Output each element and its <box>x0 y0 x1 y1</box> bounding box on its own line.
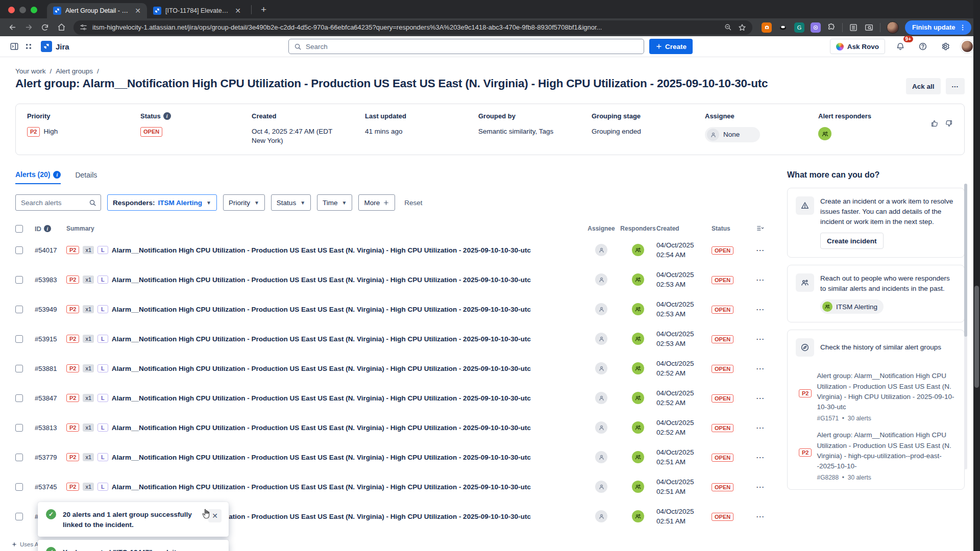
responders-team-avatar[interactable] <box>632 303 644 315</box>
alert-id[interactable]: #53915 <box>35 335 66 343</box>
extension-purple-icon[interactable] <box>811 22 821 33</box>
search-alerts-input[interactable]: Search alerts <box>15 194 101 211</box>
responder-chip[interactable]: ITSM Alerting <box>820 299 884 314</box>
alert-row[interactable]: #53847 P2 x1 L Alarm__Notification High … <box>15 383 772 413</box>
browser-profile-avatar[interactable] <box>887 21 899 34</box>
window-zoom-button[interactable] <box>31 7 37 13</box>
alert-row[interactable]: #53915 P2 x1 L Alarm__Notification High … <box>15 324 772 354</box>
responders-team-avatar[interactable] <box>818 127 831 140</box>
assignee-avatar[interactable] <box>595 451 607 463</box>
alert-summary-link[interactable]: Alarm__Notification High CPU Utilization… <box>112 483 531 491</box>
zoom-icon[interactable] <box>724 23 732 31</box>
row-checkbox[interactable] <box>15 424 23 432</box>
row-checkbox[interactable] <box>15 306 23 313</box>
global-search-input[interactable]: Search <box>288 39 644 54</box>
alert-row[interactable]: #54017 P2 x1 L Alarm__Notification High … <box>15 235 772 265</box>
assignee-avatar[interactable] <box>595 362 607 374</box>
alert-summary-link[interactable]: Alarm__Notification High CPU Utilization… <box>112 306 531 313</box>
ack-all-button[interactable]: Ack all <box>906 78 941 94</box>
row-menu-button[interactable]: ··· <box>749 335 772 343</box>
extensions-puzzle-icon[interactable] <box>827 23 836 32</box>
responders-team-avatar[interactable] <box>632 421 644 434</box>
alert-row[interactable]: #53813 P2 x1 L Alarm__Notification High … <box>15 413 772 442</box>
tab-details[interactable]: Details <box>75 170 97 184</box>
responders-team-avatar[interactable] <box>632 451 644 463</box>
responders-team-avatar[interactable] <box>632 244 644 256</box>
reset-filters-button[interactable]: Reset <box>401 199 425 207</box>
alert-summary-link[interactable]: Alarm__Notification High CPU Utilization… <box>112 276 531 284</box>
responders-team-avatar[interactable] <box>632 510 644 522</box>
notifications-bell-icon[interactable]: 9+ <box>893 39 908 54</box>
row-menu-button[interactable]: ··· <box>749 306 772 313</box>
alert-summary-link[interactable]: Alarm__Notification High CPU Utilization… <box>112 394 531 402</box>
jira-logo[interactable]: Jira <box>41 41 69 52</box>
browser-tab-active[interactable]: Alert Group Detail - Jira ✕ <box>47 3 147 18</box>
similar-alert-group-item[interactable]: P2 Alert group: Alarm__Notification High… <box>799 430 956 481</box>
responders-team-avatar[interactable] <box>632 333 644 345</box>
window-close-button[interactable] <box>8 7 15 13</box>
filter-time[interactable]: Time▼ <box>317 194 352 211</box>
alert-row[interactable]: #53983 P2 x1 L Alarm__Notification High … <box>15 265 772 294</box>
column-settings-icon[interactable] <box>749 225 772 232</box>
alert-summary-link[interactable]: Alarm__Notification High CPU Utilization… <box>112 335 531 343</box>
row-menu-button[interactable]: ··· <box>749 424 772 432</box>
alert-summary-link[interactable]: Alarm__Notification High CPU Utilization… <box>112 424 531 432</box>
responders-team-avatar[interactable] <box>632 362 644 374</box>
alert-group-title[interactable]: Alert group: Alarm__Notification High CP… <box>817 371 956 412</box>
assignee-avatar[interactable] <box>595 273 607 286</box>
browser-tab-inactive[interactable]: [ITO-11784] Elevated Memor ✕ <box>147 3 247 18</box>
extension-dark-icon[interactable] <box>778 22 788 33</box>
filter-priority[interactable]: Priority▼ <box>223 194 265 211</box>
row-menu-button[interactable]: ··· <box>749 394 772 402</box>
app-switcher-icon[interactable] <box>21 39 36 54</box>
window-minimize-button[interactable] <box>19 7 26 13</box>
create-button[interactable]: Create <box>649 39 693 54</box>
select-all-checkbox[interactable] <box>15 225 23 233</box>
assignee-avatar[interactable] <box>595 244 607 256</box>
alert-id[interactable]: #53847 <box>35 394 66 402</box>
filter-status[interactable]: Status▼ <box>271 194 311 211</box>
row-menu-button[interactable]: ··· <box>749 513 772 520</box>
finish-update-button[interactable]: Finish update ⋮ <box>905 20 971 35</box>
responders-team-avatar[interactable] <box>632 481 644 493</box>
breadcrumb-your-work[interactable]: Your work <box>15 67 46 75</box>
row-checkbox[interactable] <box>15 483 23 491</box>
breadcrumb-alert-groups[interactable]: Alert groups <box>56 67 93 75</box>
assignee-picker[interactable]: None <box>705 127 760 142</box>
status-info-icon[interactable]: i <box>163 112 171 120</box>
tab-alerts[interactable]: Alerts (20) i <box>15 170 61 184</box>
row-checkbox[interactable] <box>15 335 23 343</box>
site-settings-icon[interactable] <box>80 23 87 31</box>
alert-id[interactable]: #53745 <box>35 483 66 491</box>
alert-id[interactable]: #53779 <box>35 454 66 461</box>
responders-team-avatar[interactable] <box>632 273 644 286</box>
thumbs-up-icon[interactable] <box>930 119 939 128</box>
alerts-info-icon[interactable]: i <box>53 171 61 179</box>
id-info-icon[interactable]: i <box>44 225 51 232</box>
url-bar[interactable]: itsm-highvelocity-1.atlassian.net/jira/o… <box>74 20 752 35</box>
alert-row[interactable]: #53779 P2 x1 L Alarm__Notification High … <box>15 442 772 472</box>
assignee-avatar[interactable] <box>595 421 607 434</box>
alert-id[interactable]: #53983 <box>35 276 66 284</box>
extension-orange-icon[interactable] <box>762 22 772 33</box>
row-checkbox[interactable] <box>15 513 23 520</box>
create-incident-button[interactable]: Create incident <box>820 233 884 249</box>
row-checkbox[interactable] <box>15 454 23 461</box>
alert-row[interactable]: #53881 P2 x1 L Alarm__Notification High … <box>15 354 772 383</box>
forward-icon[interactable] <box>21 20 36 35</box>
extension-teal-icon[interactable]: G <box>794 22 804 33</box>
row-checkbox[interactable] <box>15 276 23 284</box>
browser-menu-icon[interactable]: ⋮ <box>960 23 966 31</box>
alert-row[interactable]: #53745 P2 x1 L Alarm__Notification High … <box>15 472 772 502</box>
alert-row[interactable]: #53949 P2 x1 L Alarm__Notification High … <box>15 294 772 324</box>
help-icon[interactable] <box>916 39 930 54</box>
alert-id[interactable]: #53949 <box>35 306 66 313</box>
row-menu-button[interactable]: ··· <box>749 276 772 284</box>
alert-summary-link[interactable]: Alarm__Notification High CPU Utilization… <box>112 246 531 254</box>
alert-id[interactable]: #53813 <box>35 424 66 432</box>
reload-icon[interactable] <box>38 20 52 35</box>
row-menu-button[interactable]: ··· <box>749 454 772 461</box>
tab-close-icon[interactable]: ✕ <box>234 7 242 15</box>
panel-scrollbar-thumb[interactable] <box>964 184 967 337</box>
filter-responders[interactable]: Responders: ITSM Alerting ▼ <box>107 194 217 211</box>
